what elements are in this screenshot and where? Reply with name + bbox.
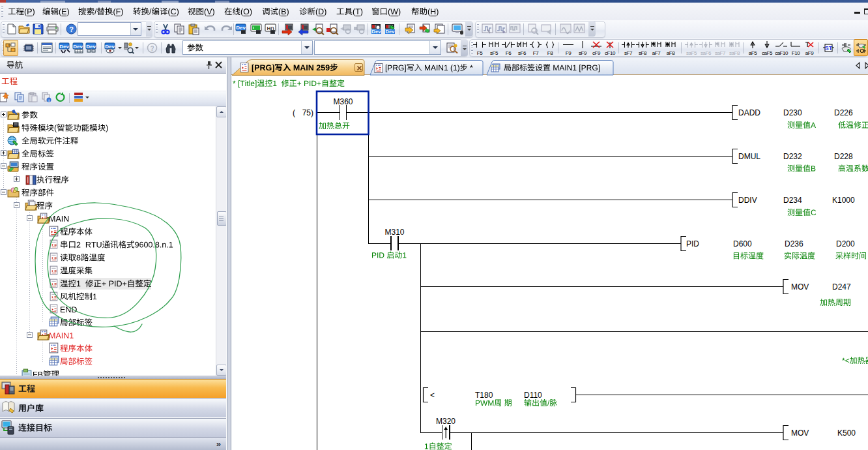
svg-text:<: < bbox=[430, 391, 435, 400]
svg-text:K500: K500 bbox=[837, 428, 856, 438]
svg-text:D226: D226 bbox=[834, 108, 853, 117]
svg-text:D200: D200 bbox=[836, 239, 855, 248]
svg-text:DMUL: DMUL bbox=[738, 152, 760, 161]
svg-text:75): 75) bbox=[302, 108, 313, 117]
svg-text:PID: PID bbox=[686, 239, 699, 248]
svg-text:Dev: Dev bbox=[386, 29, 396, 35]
svg-text:Dev: Dev bbox=[59, 44, 69, 50]
svg-text:MOV: MOV bbox=[791, 428, 809, 438]
svg-text:MOV: MOV bbox=[791, 282, 809, 292]
svg-text:M360: M360 bbox=[333, 97, 353, 106]
svg-text:ST: ST bbox=[825, 45, 833, 52]
svg-text:DDIV: DDIV bbox=[738, 196, 757, 205]
svg-text:D234: D234 bbox=[783, 196, 802, 205]
svg-text:?: ? bbox=[69, 25, 74, 33]
svg-text:DADD: DADD bbox=[738, 108, 760, 117]
svg-text:Dev: Dev bbox=[372, 29, 382, 35]
svg-text:D247: D247 bbox=[832, 282, 851, 292]
svg-text:Dev: Dev bbox=[236, 25, 246, 31]
svg-text:D236: D236 bbox=[785, 239, 803, 248]
svg-text:Dev: Dev bbox=[73, 44, 83, 50]
svg-text:K1000: K1000 bbox=[832, 196, 855, 205]
svg-text:D232: D232 bbox=[783, 152, 802, 161]
svg-text:T180: T180 bbox=[475, 391, 493, 400]
svg-text:Dev: Dev bbox=[105, 44, 115, 50]
svg-text:M320: M320 bbox=[436, 417, 456, 426]
svg-text:D230: D230 bbox=[783, 108, 802, 117]
svg-text:Dev: Dev bbox=[86, 44, 96, 50]
svg-text:M310: M310 bbox=[384, 228, 404, 237]
svg-text:(: ( bbox=[293, 108, 295, 117]
svg-text:D110: D110 bbox=[524, 391, 542, 400]
svg-text:D228: D228 bbox=[834, 152, 853, 161]
svg-text:D600: D600 bbox=[733, 239, 752, 248]
svg-text:?: ? bbox=[150, 45, 154, 52]
